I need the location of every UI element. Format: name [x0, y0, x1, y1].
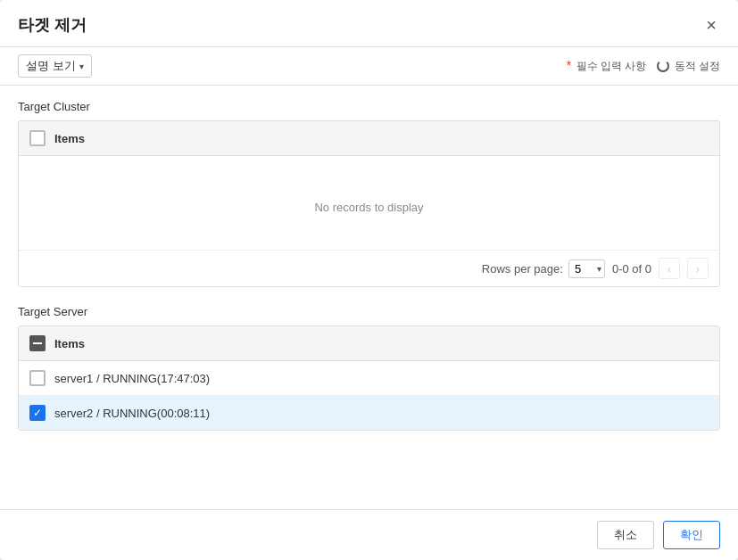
server-items-column-header: Items — [54, 337, 85, 350]
required-asterisk: * — [567, 58, 571, 72]
modal-header: 타겟 제거 × — [0, 0, 738, 47]
desc-view-button[interactable]: 설명 보기 ▾ — [18, 54, 92, 78]
cluster-pagination: Rows per page: 5 10 20 0-0 of 0 ‹ › — [19, 250, 719, 286]
cluster-table-header: Items — [19, 121, 719, 156]
desc-dropdown-arrow: ▾ — [79, 62, 84, 71]
rows-per-page-select-wrapper: 5 10 20 — [568, 259, 605, 278]
modal-dialog: 타겟 제거 × 설명 보기 ▾ * 필수 입력 사항 동적 설정 Target … — [0, 0, 738, 560]
desc-button-label: 설명 보기 — [26, 58, 76, 74]
target-server-label: Target Server — [18, 305, 720, 318]
server2-label: server2 / RUNNING(00:08:11) — [54, 407, 210, 420]
target-server-table: Items server1 / RUNNING(17:47:03) server… — [18, 325, 720, 431]
required-label: 필수 입력 사항 — [576, 60, 647, 72]
server-table-header: Items — [19, 326, 719, 361]
dynamic-icon — [657, 60, 669, 72]
cluster-no-records: No records to display — [19, 156, 719, 250]
server2-checkbox[interactable] — [29, 405, 46, 421]
modal-toolbar: 설명 보기 ▾ * 필수 입력 사항 동적 설정 — [0, 47, 738, 86]
modal-footer: 취소 확인 — [0, 509, 738, 560]
dynamic-label: 동적 설정 — [675, 60, 720, 72]
table-row: server1 / RUNNING(17:47:03) — [19, 361, 719, 396]
table-row: server2 / RUNNING(00:08:11) — [19, 396, 719, 430]
dynamic-setting: 동적 설정 — [657, 59, 720, 74]
server1-checkbox[interactable] — [29, 370, 46, 386]
confirm-button[interactable]: 확인 — [663, 521, 720, 549]
required-indicator: * 필수 입력 사항 — [567, 58, 646, 74]
server-select-all-checkbox[interactable] — [29, 335, 46, 351]
toolbar-right: * 필수 입력 사항 동적 설정 — [567, 58, 720, 74]
cancel-button[interactable]: 취소 — [597, 521, 654, 549]
rows-per-page-select[interactable]: 5 10 20 — [568, 259, 605, 278]
target-cluster-label: Target Cluster — [18, 100, 720, 113]
rows-per-page-control: Rows per page: 5 10 20 — [482, 259, 605, 278]
cluster-items-column-header: Items — [54, 132, 85, 145]
close-button[interactable]: × — [702, 16, 720, 34]
cluster-select-all-checkbox[interactable] — [29, 130, 46, 146]
modal-body: Target Cluster Items No records to displ… — [0, 86, 738, 509]
server1-label: server1 / RUNNING(17:47:03) — [54, 372, 210, 385]
next-page-button[interactable]: › — [687, 258, 709, 279]
page-info: 0-0 of 0 — [612, 262, 651, 276]
modal-title: 타겟 제거 — [18, 14, 87, 36]
rows-per-page-label: Rows per page: — [482, 262, 563, 276]
prev-page-button[interactable]: ‹ — [659, 258, 680, 279]
target-cluster-table: Items No records to display Rows per pag… — [18, 120, 720, 287]
toolbar-left: 설명 보기 ▾ — [18, 54, 92, 78]
